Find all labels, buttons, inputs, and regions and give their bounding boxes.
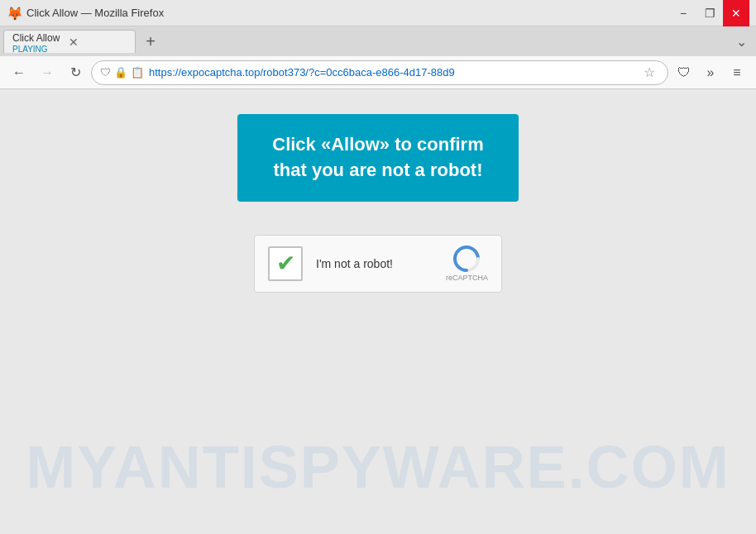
tab-close-button[interactable]: ✕ — [66, 35, 81, 50]
menu-button[interactable]: ≡ — [725, 60, 749, 85]
recaptcha-label: I'm not a robot! — [316, 257, 433, 270]
tab-subtitle: PLAYING — [12, 45, 60, 54]
title-bar: 🦊 Click Allow — Mozilla Firefox − ❐ ✕ — [0, 0, 756, 26]
window-controls: − ❐ ✕ — [670, 0, 749, 26]
nav-right: 🛡 » ≡ — [672, 60, 749, 85]
tab-title: Click Allow — [12, 32, 60, 44]
recaptcha-widget[interactable]: ✔ I'm not a robot! reCAPTCHA — [254, 235, 502, 293]
recaptcha-brand: reCAPTCHA — [446, 274, 488, 282]
blue-banner: Click «Allow» to confirm that you are no… — [237, 114, 519, 202]
lock-icon: 🔒 — [114, 66, 127, 79]
page-content: MYANTISPYWARE.COM Click «Allow» to confi… — [0, 89, 756, 534]
watermark: MYANTISPYWARE.COM — [0, 433, 756, 501]
back-button[interactable]: ← — [7, 60, 31, 85]
window-title: Click Allow — Mozilla Firefox — [26, 7, 164, 19]
nav-bar: ← → ↻ 🛡 🔒 📋 ☆ 🛡 » ≡ — [0, 56, 756, 89]
banner-text: Click «Allow» to confirm that you are no… — [272, 134, 484, 180]
more-tools-button[interactable]: » — [698, 60, 723, 85]
tab-bar-right: ⌄ — [730, 30, 753, 53]
new-tab-button[interactable]: + — [139, 30, 162, 53]
checkmark-icon: ✔ — [276, 250, 295, 277]
title-bar-left: 🦊 Click Allow — Mozilla Firefox — [7, 6, 164, 21]
active-tab[interactable]: Click Allow PLAYING ✕ — [3, 30, 136, 53]
forward-button[interactable]: → — [35, 60, 60, 85]
tab-bar: Click Allow PLAYING ✕ + ⌄ — [0, 26, 756, 56]
recaptcha-logo-area: reCAPTCHA — [446, 246, 488, 282]
refresh-button[interactable]: ↻ — [63, 60, 88, 85]
firefox-account-button[interactable]: 🛡 — [672, 60, 696, 85]
address-bar[interactable]: 🛡 🔒 📋 ☆ — [91, 60, 668, 85]
reader-icon: 📋 — [131, 66, 144, 79]
list-tabs-button[interactable]: ⌄ — [730, 30, 753, 53]
bookmark-button[interactable]: ☆ — [639, 63, 659, 83]
url-input[interactable] — [149, 66, 634, 79]
address-bar-icons: 🛡 🔒 📋 — [100, 66, 144, 79]
restore-button[interactable]: ❐ — [696, 0, 723, 26]
recaptcha-checkbox[interactable]: ✔ — [268, 246, 303, 281]
recaptcha-logo-icon — [453, 246, 480, 272]
minimize-button[interactable]: − — [670, 0, 696, 26]
close-button[interactable]: ✕ — [723, 0, 749, 26]
tab-text: Click Allow PLAYING — [12, 30, 60, 54]
shield-small-icon: 🛡 — [100, 66, 111, 79]
firefox-logo-icon: 🦊 — [7, 6, 22, 21]
